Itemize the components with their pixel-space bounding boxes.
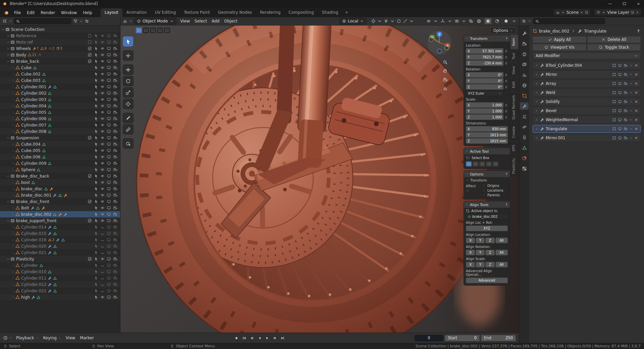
viewport-disable-icon[interactable] [107,46,111,51]
play-reverse-button[interactable] [256,335,263,341]
disclosure-icon[interactable] [1,28,5,31]
sidebar-tab-xps[interactable]: XPS [511,142,518,154]
modifier-triangulate[interactable]: Triangulate [533,125,641,133]
viewport-menu-view[interactable]: View [178,18,192,24]
hide-toggle-icon[interactable] [100,187,105,191]
modifier-mirror-001[interactable]: Mirror.001 [533,134,641,142]
properties-tab-physics[interactable] [520,123,529,131]
selectable-toggle-icon[interactable] [94,193,98,197]
exclude-checkbox-icon[interactable] [88,174,92,178]
disclosure-icon[interactable] [11,245,15,248]
modifier-weightednormal[interactable]: WeightedNormal [533,116,641,124]
disclosure-icon[interactable] [11,251,15,254]
selectable-toggle-icon[interactable] [94,123,98,127]
exclude-checkbox-icon[interactable] [88,46,92,51]
remove-modifier-icon[interactable] [634,63,638,67]
outliner-row-moto-ref[interactable]: Moto ref [0,39,120,45]
render-disable-icon[interactable] [113,161,117,165]
disclosure-icon[interactable] [11,79,15,82]
shading-material-button[interactable] [494,18,500,24]
outliner-row-brake-support-front[interactable]: brake_support_front [0,217,120,224]
minimize-button[interactable] [604,0,616,7]
remove-modifier-icon[interactable] [634,136,638,140]
render-toggle-icon[interactable] [624,118,628,122]
disclosure-icon[interactable] [11,104,15,108]
outliner-row-cylinder-001[interactable]: Cylinder.001 [0,84,120,90]
edit-mode-toggle-icon[interactable] [612,118,616,122]
tool-cursor-button[interactable] [123,50,133,61]
viewport-disable-icon[interactable] [107,263,111,267]
properties-tab-constraints[interactable] [520,134,529,141]
selectable-toggle-icon[interactable] [94,40,98,44]
render-disable-icon[interactable] [113,295,117,299]
edit-mode-toggle-icon[interactable] [612,127,616,131]
edit-mode-toggle-icon[interactable] [612,109,616,113]
viewport-disable-icon[interactable] [107,269,111,274]
viewport-disable-icon[interactable] [107,91,111,95]
delete-all-button[interactable]: Delete All [587,36,641,43]
previous-keyframe-button[interactable] [248,335,255,341]
selectable-toggle-icon[interactable] [94,161,98,165]
remove-modifier-icon[interactable] [634,100,638,104]
add-modifier-dropdown[interactable]: Add Modifier [533,52,641,59]
disclosure-icon[interactable] [11,289,15,293]
render-disable-icon[interactable] [113,142,117,146]
realtime-toggle-icon[interactable] [618,91,622,95]
timeline-menu-keying[interactable]: Keying [41,335,63,341]
properties-tab-object[interactable] [520,92,529,99]
render-disable-icon[interactable] [113,238,117,242]
outliner-row-cylinder-003[interactable]: Cylinder.003 [0,96,120,103]
disclosure-icon[interactable] [11,162,15,165]
tool-add-cube-button[interactable] [123,138,133,149]
hide-toggle-icon[interactable] [100,78,105,83]
extras-menu-icon[interactable] [629,127,633,131]
viewport-disable-icon[interactable] [107,187,111,191]
remove-modifier-icon[interactable] [634,91,638,95]
render-disable-icon[interactable] [113,193,117,197]
transform-panel-header[interactable]: Transform [464,35,510,42]
disclosure-icon[interactable] [11,181,15,184]
render-disable-icon[interactable] [113,257,117,261]
outliner-row-cylinder-004[interactable]: Cylinder.004 [0,103,120,109]
viewport-disable-icon[interactable] [107,123,111,127]
viewport-disable-icon[interactable] [107,180,111,185]
disclosure-icon[interactable] [11,168,15,171]
exclude-checkbox-icon[interactable] [88,34,92,38]
properties-tab-view-layer[interactable] [520,61,529,68]
hide-toggle-icon[interactable] [100,276,105,280]
exclude-checkbox-icon[interactable] [88,257,92,261]
realtime-toggle-icon[interactable] [618,127,622,131]
snap-magnet-icon[interactable] [384,19,388,23]
render-disable-icon[interactable] [113,250,117,255]
selectable-toggle-icon[interactable] [94,212,98,216]
render-toggle-icon[interactable] [624,91,628,95]
outliner-row-high[interactable]: high [0,294,120,300]
viewport-disable-icon[interactable] [107,40,111,44]
viewport-editor-icon[interactable] [123,19,127,23]
sidebar-tab-tool[interactable]: Tool [511,50,518,62]
viewport-disable-icon[interactable] [107,136,111,140]
shading-solid-button[interactable] [485,18,491,24]
disclosure-icon[interactable] [535,73,538,76]
render-disable-icon[interactable] [113,72,117,76]
render-disable-icon[interactable] [113,110,117,114]
hide-toggle-icon[interactable] [100,231,105,236]
align-rotation-z-button[interactable]: Z [485,250,494,255]
viewport-menu-select[interactable]: Select [192,18,209,24]
hide-toggle-icon[interactable] [100,142,105,146]
properties-tab-world[interactable] [520,82,529,89]
timeline-menu-playback[interactable]: Playback [14,335,41,341]
tool-measure-button[interactable] [123,124,133,135]
blender-menu-button[interactable] [2,9,11,17]
disclosure-icon[interactable] [535,109,538,112]
render-disable-icon[interactable] [113,180,117,185]
selectable-toggle-icon[interactable] [94,65,98,70]
edit-mode-toggle-icon[interactable] [612,63,616,67]
viewport-disable-icon[interactable] [107,238,111,242]
menu-help[interactable]: Help [80,9,95,17]
location-x-field[interactable]: X57.301 mm [466,48,503,54]
breadcrumb-modifier[interactable]: Triangulate [584,29,606,34]
sidebar-tab-plasticity[interactable]: Plasticity [511,155,518,177]
hide-toggle-icon[interactable] [100,161,105,165]
disclosure-icon[interactable] [535,91,538,94]
